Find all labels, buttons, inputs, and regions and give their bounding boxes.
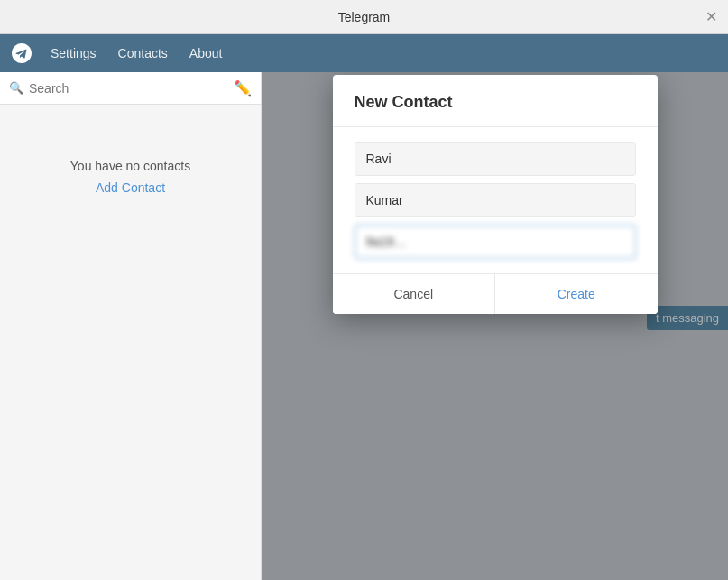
- dialog-body: [333, 127, 658, 273]
- sidebar: 🔍 ✏️ You have no contacts Add Contact: [0, 72, 262, 580]
- menu-bar: Settings Contacts About: [0, 34, 728, 72]
- compose-icon[interactable]: ✏️: [234, 79, 252, 97]
- search-bar: 🔍 ✏️: [0, 72, 261, 105]
- main-area: t messaging New Contact Cancel Create: [262, 72, 728, 580]
- app-logo: [9, 41, 34, 66]
- search-input[interactable]: [29, 81, 228, 96]
- no-contacts-label: You have no contacts: [70, 159, 190, 173]
- last-name-input[interactable]: [355, 183, 636, 217]
- dialog-footer: Cancel Create: [333, 273, 658, 314]
- add-contact-link[interactable]: Add Contact: [96, 180, 165, 195]
- app-layout: 🔍 ✏️ You have no contacts Add Contact t …: [0, 72, 728, 580]
- new-contact-dialog: New Contact Cancel Create: [333, 75, 658, 314]
- phone-input[interactable]: [355, 225, 636, 259]
- dialog-header: New Contact: [333, 75, 658, 127]
- close-button[interactable]: ✕: [705, 10, 717, 24]
- search-icon: 🔍: [9, 81, 23, 95]
- first-name-input[interactable]: [355, 142, 636, 176]
- dialog-overlay: New Contact Cancel Create: [262, 72, 728, 580]
- create-button[interactable]: Create: [495, 274, 658, 314]
- cancel-button[interactable]: Cancel: [333, 274, 496, 314]
- menu-contacts[interactable]: Contacts: [109, 42, 177, 64]
- menu-about[interactable]: About: [180, 42, 232, 64]
- window-title: Telegram: [338, 10, 391, 24]
- telegram-icon: [12, 43, 32, 63]
- title-bar: Telegram ✕: [0, 0, 728, 34]
- menu-settings[interactable]: Settings: [41, 42, 106, 64]
- dialog-title: New Contact: [355, 93, 636, 112]
- sidebar-content: You have no contacts Add Contact: [0, 105, 261, 580]
